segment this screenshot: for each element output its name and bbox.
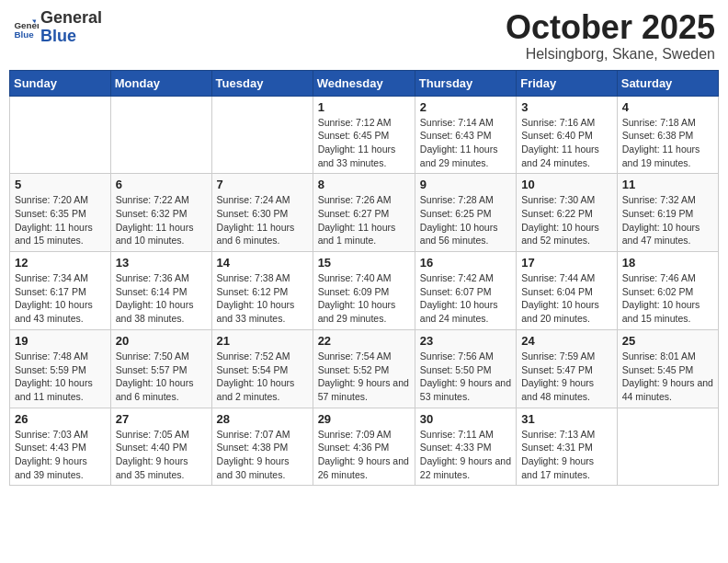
calendar-week-1: 1Sunrise: 7:12 AM Sunset: 6:45 PM Daylig… [10, 96, 719, 174]
calendar-week-5: 26Sunrise: 7:03 AM Sunset: 4:43 PM Dayli… [10, 408, 719, 486]
month-title: October 2025 [506, 9, 715, 46]
day-info: Sunrise: 7:50 AM Sunset: 5:57 PM Dayligh… [116, 350, 207, 404]
calendar-header: SundayMondayTuesdayWednesdayThursdayFrid… [10, 70, 719, 96]
calendar-cell: 18Sunrise: 7:46 AM Sunset: 6:02 PM Dayli… [617, 252, 718, 330]
day-number: 19 [15, 334, 106, 348]
calendar-cell [110, 96, 211, 174]
day-info: Sunrise: 7:20 AM Sunset: 6:35 PM Dayligh… [15, 193, 106, 247]
day-info: Sunrise: 7:28 AM Sunset: 6:25 PM Dayligh… [420, 193, 511, 247]
day-info: Sunrise: 7:52 AM Sunset: 5:54 PM Dayligh… [217, 350, 308, 404]
logo-general-text: General [40, 9, 102, 28]
calendar-cell: 5Sunrise: 7:20 AM Sunset: 6:35 PM Daylig… [10, 174, 111, 252]
calendar-cell: 22Sunrise: 7:54 AM Sunset: 5:52 PM Dayli… [313, 329, 415, 408]
day-info: Sunrise: 7:56 AM Sunset: 5:50 PM Dayligh… [420, 350, 511, 404]
day-number: 7 [217, 178, 308, 191]
calendar-table: SundayMondayTuesdayWednesdayThursdayFrid… [9, 70, 719, 487]
calendar-week-4: 19Sunrise: 7:48 AM Sunset: 5:59 PM Dayli… [10, 329, 719, 408]
day-number: 6 [116, 178, 207, 191]
day-number: 27 [116, 412, 207, 426]
calendar-cell: 13Sunrise: 7:36 AM Sunset: 6:14 PM Dayli… [110, 252, 211, 330]
weekday-header-thursday: Thursday [415, 70, 516, 96]
svg-text:Blue: Blue [14, 29, 34, 40]
day-number: 3 [521, 100, 612, 114]
day-info: Sunrise: 7:22 AM Sunset: 6:32 PM Dayligh… [116, 193, 207, 247]
day-number: 23 [420, 334, 511, 348]
page-header: General Blue General Blue October 2025 H… [9, 9, 719, 63]
logo-text: General Blue [40, 9, 102, 46]
calendar-cell: 7Sunrise: 7:24 AM Sunset: 6:30 PM Daylig… [211, 174, 313, 252]
day-info: Sunrise: 7:26 AM Sunset: 6:27 PM Dayligh… [318, 193, 410, 247]
day-info: Sunrise: 7:34 AM Sunset: 6:17 PM Dayligh… [15, 271, 106, 326]
calendar-cell: 23Sunrise: 7:56 AM Sunset: 5:50 PM Dayli… [415, 329, 516, 408]
calendar-cell: 14Sunrise: 7:38 AM Sunset: 6:12 PM Dayli… [211, 252, 313, 330]
logo-icon: General Blue [13, 15, 39, 40]
day-info: Sunrise: 7:18 AM Sunset: 6:38 PM Dayligh… [622, 116, 713, 170]
day-number: 11 [622, 178, 713, 191]
calendar-cell: 17Sunrise: 7:44 AM Sunset: 6:04 PM Dayli… [517, 252, 618, 330]
calendar-cell: 29Sunrise: 7:09 AM Sunset: 4:36 PM Dayli… [313, 408, 415, 486]
location-title: Helsingborg, Skane, Sweden [506, 46, 715, 63]
calendar-cell: 21Sunrise: 7:52 AM Sunset: 5:54 PM Dayli… [211, 329, 313, 408]
calendar-cell: 12Sunrise: 7:34 AM Sunset: 6:17 PM Dayli… [10, 252, 111, 330]
day-number: 28 [217, 412, 308, 426]
day-info: Sunrise: 7:46 AM Sunset: 6:02 PM Dayligh… [622, 271, 713, 326]
calendar-cell: 11Sunrise: 7:32 AM Sunset: 6:19 PM Dayli… [617, 174, 718, 252]
day-number: 13 [116, 256, 207, 270]
weekday-header-row: SundayMondayTuesdayWednesdayThursdayFrid… [10, 70, 719, 96]
day-number: 2 [420, 100, 511, 114]
day-info: Sunrise: 7:32 AM Sunset: 6:19 PM Dayligh… [622, 193, 713, 247]
calendar-cell: 28Sunrise: 7:07 AM Sunset: 4:38 PM Dayli… [211, 408, 313, 486]
calendar-cell: 27Sunrise: 7:05 AM Sunset: 4:40 PM Dayli… [110, 408, 211, 486]
calendar-cell: 31Sunrise: 7:13 AM Sunset: 4:31 PM Dayli… [517, 408, 618, 486]
calendar-cell: 8Sunrise: 7:26 AM Sunset: 6:27 PM Daylig… [313, 174, 415, 252]
weekday-header-saturday: Saturday [617, 70, 718, 96]
calendar-cell [211, 96, 313, 174]
day-info: Sunrise: 7:54 AM Sunset: 5:52 PM Dayligh… [318, 350, 410, 404]
day-number: 5 [15, 178, 106, 191]
weekday-header-tuesday: Tuesday [211, 70, 313, 96]
calendar-cell: 1Sunrise: 7:12 AM Sunset: 6:45 PM Daylig… [313, 96, 415, 174]
day-number: 22 [318, 334, 410, 348]
calendar-cell: 6Sunrise: 7:22 AM Sunset: 6:32 PM Daylig… [110, 174, 211, 252]
weekday-header-wednesday: Wednesday [313, 70, 415, 96]
day-number: 30 [420, 412, 511, 426]
day-info: Sunrise: 7:14 AM Sunset: 6:43 PM Dayligh… [420, 116, 511, 170]
day-info: Sunrise: 7:36 AM Sunset: 6:14 PM Dayligh… [116, 271, 207, 326]
calendar-cell: 24Sunrise: 7:59 AM Sunset: 5:47 PM Dayli… [517, 329, 618, 408]
calendar-cell: 16Sunrise: 7:42 AM Sunset: 6:07 PM Dayli… [415, 252, 516, 330]
day-number: 31 [521, 412, 612, 426]
calendar-cell [617, 408, 718, 486]
day-number: 16 [420, 256, 511, 270]
day-number: 12 [15, 256, 106, 270]
calendar-cell: 4Sunrise: 7:18 AM Sunset: 6:38 PM Daylig… [617, 96, 718, 174]
day-info: Sunrise: 7:07 AM Sunset: 4:38 PM Dayligh… [217, 428, 308, 482]
logo: General Blue General Blue [13, 9, 102, 46]
weekday-header-sunday: Sunday [10, 70, 111, 96]
day-info: Sunrise: 8:01 AM Sunset: 5:45 PM Dayligh… [622, 350, 713, 404]
day-info: Sunrise: 7:24 AM Sunset: 6:30 PM Dayligh… [217, 193, 308, 247]
day-number: 1 [318, 100, 410, 114]
calendar-cell: 25Sunrise: 8:01 AM Sunset: 5:45 PM Dayli… [617, 329, 718, 408]
calendar-cell: 30Sunrise: 7:11 AM Sunset: 4:33 PM Dayli… [415, 408, 516, 486]
weekday-header-monday: Monday [110, 70, 211, 96]
calendar-week-3: 12Sunrise: 7:34 AM Sunset: 6:17 PM Dayli… [10, 252, 719, 330]
weekday-header-friday: Friday [517, 70, 618, 96]
calendar-cell: 3Sunrise: 7:16 AM Sunset: 6:40 PM Daylig… [517, 96, 618, 174]
day-info: Sunrise: 7:38 AM Sunset: 6:12 PM Dayligh… [217, 271, 308, 326]
day-number: 15 [318, 256, 410, 270]
day-info: Sunrise: 7:42 AM Sunset: 6:07 PM Dayligh… [420, 271, 511, 326]
day-number: 17 [521, 256, 612, 270]
day-number: 21 [217, 334, 308, 348]
calendar-cell [10, 96, 111, 174]
day-info: Sunrise: 7:40 AM Sunset: 6:09 PM Dayligh… [318, 271, 410, 326]
day-info: Sunrise: 7:16 AM Sunset: 6:40 PM Dayligh… [521, 116, 612, 170]
day-info: Sunrise: 7:59 AM Sunset: 5:47 PM Dayligh… [521, 350, 612, 404]
calendar-week-2: 5Sunrise: 7:20 AM Sunset: 6:35 PM Daylig… [10, 174, 719, 252]
day-info: Sunrise: 7:05 AM Sunset: 4:40 PM Dayligh… [116, 428, 207, 482]
logo-blue-text: Blue [40, 28, 102, 46]
day-number: 4 [622, 100, 713, 114]
day-number: 25 [622, 334, 713, 348]
day-number: 29 [318, 412, 410, 426]
day-info: Sunrise: 7:44 AM Sunset: 6:04 PM Dayligh… [521, 271, 612, 326]
day-number: 20 [116, 334, 207, 348]
